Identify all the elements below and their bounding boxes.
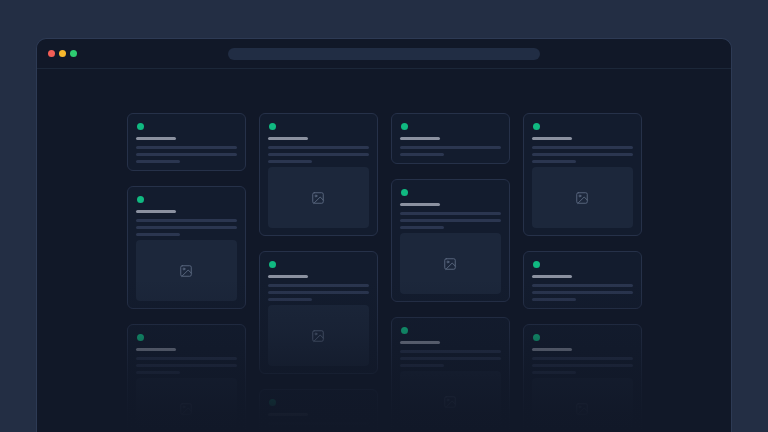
skeleton-text-line [400, 226, 444, 229]
skeleton-text-line [532, 153, 633, 156]
image-icon [575, 402, 589, 416]
skeleton-text-line [400, 350, 501, 353]
image-placeholder [400, 371, 501, 432]
skeleton-text-line [400, 219, 501, 222]
skeleton-title-line [532, 348, 572, 351]
status-dot [401, 327, 408, 334]
skeleton-title-line [268, 137, 308, 140]
image-placeholder [136, 378, 237, 432]
image-placeholder [136, 240, 237, 301]
skeleton-text-line [268, 298, 312, 301]
skeleton-text-line [532, 371, 576, 374]
skeleton-title-line [136, 210, 176, 213]
skeleton-title-line [532, 137, 572, 140]
skeleton-text-line [268, 284, 369, 287]
skeleton-text-line [268, 153, 369, 156]
image-icon [179, 402, 193, 416]
status-dot [269, 261, 276, 268]
feed-card[interactable] [523, 324, 642, 432]
skeleton-text-line [400, 153, 444, 156]
feed-card[interactable] [127, 113, 246, 171]
skeleton-text-line [136, 146, 237, 149]
skeleton-text-line [268, 422, 369, 425]
status-dot [533, 261, 540, 268]
grid-column-2 [259, 113, 378, 432]
image-icon [311, 329, 325, 343]
image-icon [443, 395, 457, 409]
feed-card[interactable] [523, 251, 642, 309]
skeleton-text-line [136, 357, 237, 360]
address-bar[interactable] [228, 48, 540, 60]
skeleton-text-line [268, 291, 369, 294]
image-icon [443, 257, 457, 271]
skeleton-title-line [400, 137, 440, 140]
skeleton-text-line [532, 146, 633, 149]
skeleton-text-line [136, 371, 180, 374]
browser-content [37, 69, 731, 432]
feed-card[interactable] [127, 324, 246, 432]
feed-card[interactable] [391, 317, 510, 432]
skeleton-text-line [268, 160, 312, 163]
skeleton-text-line [400, 364, 444, 367]
skeleton-title-line [268, 413, 308, 416]
feed-card[interactable] [259, 389, 378, 432]
skeleton-text-line [532, 298, 576, 301]
status-dot [269, 123, 276, 130]
skeleton-text-line [136, 226, 237, 229]
card-grid [127, 113, 642, 432]
feed-card[interactable] [391, 179, 510, 302]
skeleton-text-line [532, 364, 633, 367]
window-controls [48, 50, 77, 57]
skeleton-title-line [400, 341, 440, 344]
skeleton-text-line [268, 146, 369, 149]
browser-window [36, 38, 732, 432]
image-placeholder [400, 233, 501, 294]
minimize-window-button[interactable] [59, 50, 66, 57]
skeleton-text-line [400, 146, 501, 149]
grid-column-4 [523, 113, 642, 432]
close-window-button[interactable] [48, 50, 55, 57]
skeleton-text-line [532, 160, 576, 163]
status-dot [401, 123, 408, 130]
feed-card[interactable] [127, 186, 246, 309]
skeleton-text-line [136, 160, 180, 163]
feed-card[interactable] [259, 251, 378, 374]
image-placeholder [268, 305, 369, 366]
status-dot [533, 123, 540, 130]
browser-titlebar [37, 39, 731, 69]
skeleton-title-line [136, 348, 176, 351]
feed-card[interactable] [523, 113, 642, 236]
status-dot [269, 399, 276, 406]
image-icon [179, 264, 193, 278]
skeleton-title-line [136, 137, 176, 140]
skeleton-text-line [136, 153, 237, 156]
grid-column-1 [127, 113, 246, 432]
grid-column-3 [391, 113, 510, 432]
desktop-background [0, 0, 768, 432]
skeleton-text-line [532, 291, 633, 294]
status-dot [137, 123, 144, 130]
status-dot [137, 334, 144, 341]
skeleton-title-line [532, 275, 572, 278]
feed-card[interactable] [259, 113, 378, 236]
image-placeholder [532, 378, 633, 432]
skeleton-text-line [136, 364, 237, 367]
skeleton-title-line [268, 275, 308, 278]
skeleton-text-line [532, 284, 633, 287]
image-placeholder [532, 167, 633, 228]
skeleton-text-line [400, 212, 501, 215]
maximize-window-button[interactable] [70, 50, 77, 57]
status-dot [401, 189, 408, 196]
status-dot [137, 196, 144, 203]
skeleton-text-line [136, 233, 180, 236]
image-icon [575, 191, 589, 205]
skeleton-text-line [136, 219, 237, 222]
image-placeholder [268, 167, 369, 228]
skeleton-title-line [400, 203, 440, 206]
skeleton-text-line [400, 357, 501, 360]
status-dot [533, 334, 540, 341]
image-icon [311, 191, 325, 205]
skeleton-text-line [532, 357, 633, 360]
feed-card[interactable] [391, 113, 510, 164]
